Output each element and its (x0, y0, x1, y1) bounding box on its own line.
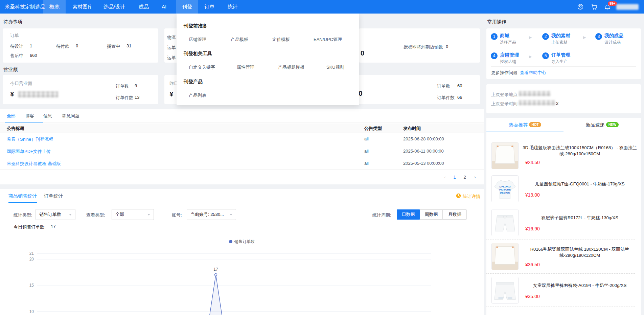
tab-blog[interactable]: 博客 (25, 113, 34, 119)
common-ops-card: 1 商城 选择产品 ▶ 2 我的素材 上传素材 ▶ 3 我的成品 设计成品 4 … (486, 28, 641, 79)
today-count-value: 17 (51, 224, 55, 229)
stat-label: 搁置中 (107, 43, 120, 49)
step-subtitle: 选择产品 (500, 40, 516, 45)
menu-item-ean-upc[interactable]: EAN/UPC管理 (314, 37, 342, 43)
revenue-label: 今日营业额 (10, 81, 32, 87)
product-title[interactable]: 女童双层裤里裤右裤袋-A0194 - 牛奶丝-200g/XS (523, 279, 637, 292)
menu-item-product-list[interactable]: 产品列表 (189, 92, 206, 98)
period-button-month[interactable]: 月数据 (443, 209, 467, 220)
cart-icon[interactable] (591, 3, 598, 10)
view-type-select[interactable]: 全部 (112, 209, 154, 220)
y-tick-label: 20 (29, 257, 34, 262)
product-image-shorts[interactable] (491, 277, 519, 304)
announcement-type: all (364, 161, 369, 166)
nav-item-selection-design[interactable]: 选品/设计 (104, 0, 125, 14)
login-info-card: 上次登录地点 上次登录时间 2 (486, 84, 641, 113)
menu-item-custom-keywords[interactable]: 自定义关键字 (189, 64, 215, 70)
stat-value[interactable]: 660 (30, 53, 37, 58)
step-number: 1 (491, 33, 498, 40)
step-store-management[interactable]: 店铺管理 (500, 52, 519, 58)
statistics-tab-bar: 商品销售统计 订单统计 统计详情 (0, 189, 484, 203)
nav-item-statistics[interactable]: 统计 (228, 0, 238, 14)
menu-item-attribute-management[interactable]: 属性管理 (237, 64, 254, 70)
nav-item-publish[interactable]: 刊登 (176, 0, 198, 14)
stats-detail-link[interactable]: 统计详情 (463, 194, 480, 200)
announcement-link[interactable]: 米圣科技设计器教程-基础版 (7, 161, 61, 167)
brand-logo[interactable]: 米圣科技定制选品 (5, 0, 45, 14)
table-header-row: 公告标题 公告类型 发布时间 (0, 123, 484, 133)
stat-value[interactable]: 0 (76, 43, 78, 48)
tab-hot-recommend[interactable]: 热卖推荐HOT (486, 122, 564, 128)
tab-all[interactable]: 全部 (7, 113, 16, 119)
pagination-next[interactable]: › (471, 173, 479, 181)
product-price: ¥13.00 (525, 192, 540, 198)
product-image-shorts[interactable] (491, 209, 519, 236)
nav-item-overview[interactable]: 概览 (43, 0, 66, 14)
last-login-time-label: 上次登录时间 (491, 101, 518, 107)
tab-label: 热卖推荐 (509, 122, 528, 128)
products-tab-bar: 热卖推荐HOT 新品速递NEW (486, 118, 641, 132)
pagination-page-2[interactable]: 2 (461, 173, 469, 181)
tab-info[interactable]: 信息 (43, 113, 52, 119)
product-price: ¥35.00 (525, 294, 540, 299)
product-title[interactable]: 双层裤子里裤R0172L - 牛奶丝-130g/XS (523, 211, 637, 225)
stat-value[interactable]: 1 (30, 43, 32, 48)
stat-type-select[interactable]: 销售订单数 (36, 209, 75, 220)
step-my-materials[interactable]: 我的素材 (551, 33, 570, 39)
stat-value: 13 (135, 95, 139, 100)
legend-dot-icon (229, 240, 232, 243)
menu-item-sku-rules[interactable]: SKU规则 (326, 64, 344, 70)
nav-item-ai[interactable]: AI (162, 0, 166, 14)
help-center-link[interactable]: 查看帮助中心 (520, 70, 546, 76)
filter-label-view-type: 查看类型: (86, 212, 105, 218)
menu-item-store-management[interactable]: 店铺管理 (189, 37, 206, 43)
period-button-week[interactable]: 周数据 (420, 209, 443, 220)
nav-item-finished-products[interactable]: 成品 (139, 0, 149, 14)
menu-item-title-template[interactable]: 产品标题模板 (278, 64, 304, 70)
product-title[interactable]: R0166毛毯竖版双面法兰绒 180x120CM - 双面法兰绒-280g/18… (523, 246, 637, 259)
tab-new-arrivals[interactable]: 新品速递NEW (564, 122, 641, 128)
tshirt-print-text: DESIGN (500, 191, 510, 194)
step-number: 2 (542, 33, 549, 40)
announcement-link[interactable]: 希音（Shine）刊登流程 (7, 136, 53, 142)
username-redacted[interactable] (616, 4, 639, 10)
product-image-blanket[interactable] (491, 243, 519, 270)
tab-ink-bar (486, 132, 564, 132)
stat-value[interactable]: 0 (446, 44, 448, 49)
tab-product-sales-stats[interactable]: 商品销售统计 (8, 193, 37, 199)
menu-item-pricing-template[interactable]: 定价模板 (272, 37, 290, 43)
stat-label: 物流 (167, 35, 176, 41)
account-select[interactable]: 当前账号: 2530... (187, 209, 236, 220)
step-order-management[interactable]: 订单管理 (551, 52, 570, 58)
stat-label: 订单数 (437, 83, 450, 89)
statistics-panel: 商品销售统计 订单统计 统计详情 统计类型: 销售订单数 查看类型: 全部 账号… (0, 189, 484, 315)
product-image-blanket[interactable] (491, 142, 519, 169)
announcements-panel: 全部 博客 信息 常见问题 公告标题 公告类型 发布时间 希音（Shine）刊登… (0, 109, 484, 184)
product-title[interactable]: 3D 毛毯竖版双面法兰绒100X150CM（R0168） - 双面法兰绒-280… (523, 144, 637, 158)
revenue-section-title: 营业额 (3, 67, 18, 73)
data-point-marker[interactable] (215, 274, 217, 276)
product-title[interactable]: 儿童圆领短袖T恤-GFQ0001 - 牛奶丝-170g/XS (523, 177, 637, 191)
step-mall[interactable]: 商城 (500, 33, 509, 39)
order-card-title: 订单 (10, 32, 19, 39)
tab-label: 新品速递 (586, 122, 605, 128)
pagination-page-1[interactable]: 1 (451, 173, 459, 181)
support-icon[interactable] (577, 3, 584, 10)
menu-item-product-template[interactable]: 产品模板 (231, 37, 248, 43)
product-image-tshirt[interactable]: UPLOADPICTUREDESIGN (491, 175, 519, 202)
step-my-finished[interactable]: 我的成品 (604, 33, 623, 39)
chart-legend[interactable]: 销售订单数 (0, 239, 484, 245)
stat-label: 订单件数 (437, 95, 455, 101)
tab-faq[interactable]: 常见问题 (62, 113, 79, 119)
tab-ink-bar (8, 202, 37, 203)
chevron-down-icon (147, 214, 150, 216)
announcement-link[interactable]: 国际面单PDF文件上传 (7, 149, 51, 155)
stat-value[interactable]: 31 (127, 43, 131, 48)
tab-order-stats[interactable]: 订单统计 (44, 193, 63, 199)
period-button-day[interactable]: 日数据 (397, 209, 420, 220)
stat-value: 9 (135, 83, 137, 88)
pagination-prev[interactable]: ‹ (441, 173, 449, 181)
stat-label: 订单件数 (116, 95, 133, 101)
nav-item-material-library[interactable]: 素材图库 (72, 0, 93, 14)
nav-item-orders[interactable]: 订单 (204, 0, 214, 14)
